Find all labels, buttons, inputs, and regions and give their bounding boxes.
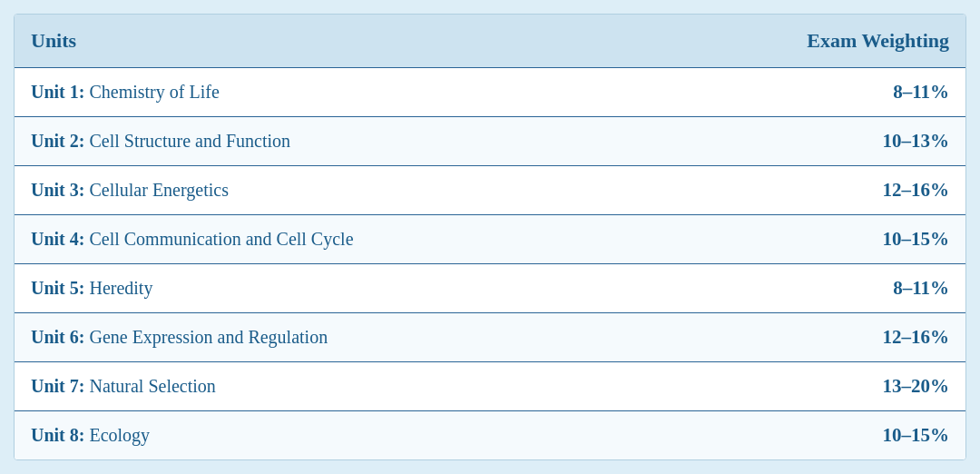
weighting-cell: 8–11% (728, 68, 965, 117)
unit-cell: Unit 3: Cellular Energetics (15, 166, 728, 215)
table-row: Unit 4: Cell Communication and Cell Cycl… (15, 215, 965, 264)
table-row: Unit 2: Cell Structure and Function10–13… (15, 117, 965, 166)
weighting-cell: 10–15% (728, 215, 965, 264)
unit-label: Unit 6: (31, 327, 84, 347)
table-header-row: Units Exam Weighting (15, 15, 965, 68)
unit-cell: Unit 1: Chemistry of Life (15, 68, 728, 117)
units-table-container: Units Exam Weighting Unit 1: Chemistry o… (14, 14, 966, 460)
unit-label: Unit 7: (31, 376, 84, 396)
unit-name: Ecology (84, 425, 150, 445)
unit-label: Unit 3: (31, 180, 84, 200)
table-row: Unit 3: Cellular Energetics12–16% (15, 166, 965, 215)
table-row: Unit 8: Ecology10–15% (15, 411, 965, 460)
unit-name: Cell Structure and Function (84, 131, 290, 151)
unit-cell: Unit 2: Cell Structure and Function (15, 117, 728, 166)
table-row: Unit 5: Heredity8–11% (15, 264, 965, 313)
table-row: Unit 1: Chemistry of Life8–11% (15, 68, 965, 117)
unit-name: Cell Communication and Cell Cycle (84, 229, 353, 249)
unit-name: Cellular Energetics (84, 180, 228, 200)
unit-label: Unit 8: (31, 425, 84, 445)
weighting-cell: 12–16% (728, 313, 965, 362)
unit-label: Unit 2: (31, 131, 84, 151)
unit-name: Heredity (84, 278, 152, 298)
weighting-cell: 13–20% (728, 362, 965, 411)
table-row: Unit 7: Natural Selection13–20% (15, 362, 965, 411)
unit-cell: Unit 7: Natural Selection (15, 362, 728, 411)
unit-name: Natural Selection (84, 376, 215, 396)
unit-label: Unit 5: (31, 278, 84, 298)
weighting-cell: 8–11% (728, 264, 965, 313)
unit-cell: Unit 4: Cell Communication and Cell Cycl… (15, 215, 728, 264)
unit-cell: Unit 6: Gene Expression and Regulation (15, 313, 728, 362)
col-header-weighting: Exam Weighting (728, 15, 965, 68)
unit-cell: Unit 5: Heredity (15, 264, 728, 313)
table-row: Unit 6: Gene Expression and Regulation12… (15, 313, 965, 362)
weighting-cell: 10–15% (728, 411, 965, 460)
col-header-units: Units (15, 15, 728, 68)
units-table: Units Exam Weighting Unit 1: Chemistry o… (15, 15, 965, 459)
weighting-cell: 10–13% (728, 117, 965, 166)
weighting-cell: 12–16% (728, 166, 965, 215)
unit-name: Chemistry of Life (84, 82, 219, 102)
unit-name: Gene Expression and Regulation (84, 327, 328, 347)
unit-label: Unit 4: (31, 229, 84, 249)
unit-label: Unit 1: (31, 82, 84, 102)
unit-cell: Unit 8: Ecology (15, 411, 728, 460)
